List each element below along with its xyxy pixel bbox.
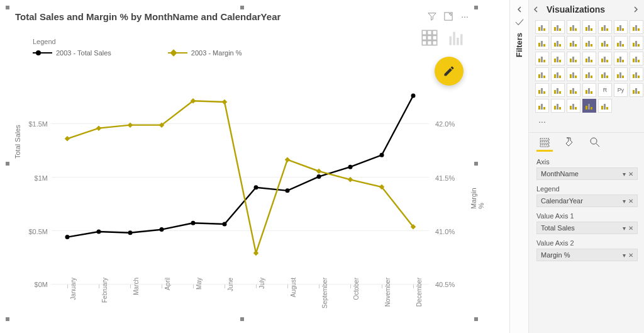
chart-view-icon[interactable]	[447, 29, 465, 49]
tab-analytics[interactable]	[588, 135, 602, 149]
chevron-down-icon[interactable]: ▾	[623, 198, 626, 205]
viz-type-stacked-area[interactable]	[598, 20, 612, 34]
svg-rect-104	[554, 74, 556, 78]
remove-field-icon[interactable]: ✕	[628, 225, 633, 232]
resize-handle[interactable]	[6, 6, 9, 9]
viz-type-qna[interactable]	[551, 99, 565, 113]
collapse-pane-button[interactable]	[533, 4, 539, 15]
viz-type-bullet[interactable]	[551, 83, 565, 97]
chevron-down-icon[interactable]: ▾	[623, 171, 626, 178]
viz-type-line-clustered[interactable]	[614, 36, 628, 50]
viz-type-key[interactable]	[630, 83, 643, 97]
viz-type-line-chart[interactable]	[614, 20, 628, 34]
well-value-axis-2[interactable]: Margin % ▾✕	[536, 249, 638, 261]
well-value-axis-1[interactable]: Total Sales ▾✕	[536, 222, 638, 234]
svg-rect-1	[422, 30, 426, 35]
well-axis[interactable]: MonthName ▾✕	[536, 167, 638, 180]
resize-handle[interactable]	[474, 162, 478, 166]
viz-type-card[interactable]	[630, 36, 643, 50]
viz-type-waterfall[interactable]	[567, 36, 580, 50]
viz-type-arc[interactable]	[598, 99, 612, 113]
resize-handle[interactable]	[240, 6, 244, 9]
edit-visual-button[interactable]	[435, 57, 464, 86]
resize-handle[interactable]	[474, 317, 478, 321]
filter-icon[interactable]	[427, 11, 437, 21]
visual-header-actions: ···	[427, 11, 470, 21]
viz-type-map[interactable]	[598, 67, 612, 81]
remove-field-icon[interactable]: ✕	[628, 252, 633, 259]
svg-rect-76	[622, 44, 624, 47]
viz-type-r-visual[interactable]: R	[598, 83, 612, 97]
viz-type-filled-map[interactable]	[630, 52, 643, 65]
resize-handle[interactable]	[6, 317, 9, 321]
chart-legend: Legend 2003 - Total Sales 2003 - Margin …	[33, 38, 242, 57]
svg-rect-138	[541, 104, 543, 110]
table-view-icon[interactable]	[421, 29, 438, 49]
viz-type-py-visual[interactable]: Py	[614, 83, 628, 97]
viz-type-more[interactable]: ···	[535, 115, 549, 128]
viz-type-pie[interactable]	[582, 52, 596, 65]
view-icon[interactable]	[515, 18, 524, 26]
viz-type-hist[interactable]	[535, 83, 549, 97]
legend-label: 2003 - Total Sales	[56, 49, 111, 57]
viz-type-clustered-col[interactable]	[582, 20, 596, 34]
viz-type-area[interactable]	[535, 36, 549, 50]
viz-type-matrix[interactable]	[551, 67, 565, 81]
resize-handle[interactable]	[474, 6, 478, 9]
viz-type-globe[interactable]	[535, 67, 549, 81]
viz-type-stacked-bar[interactable]	[535, 20, 549, 34]
viz-type-ribbon[interactable]	[551, 36, 565, 50]
svg-line-156	[596, 144, 599, 147]
svg-rect-122	[538, 90, 540, 94]
chevron-down-icon[interactable]: ▾	[623, 252, 626, 259]
svg-rect-68	[586, 43, 587, 47]
resize-handle[interactable]	[240, 317, 244, 321]
viz-type-table[interactable]	[535, 52, 549, 65]
svg-rect-150	[604, 104, 606, 110]
ytick: $0.5M	[28, 228, 48, 235]
viz-type-donut[interactable]	[598, 52, 612, 65]
visual-switch-icons	[421, 29, 465, 49]
resize-handle[interactable]	[6, 162, 9, 166]
viz-type-stacked-col[interactable]	[567, 20, 580, 34]
viz-type-table2[interactable]	[567, 83, 580, 97]
viz-type-scatter[interactable]	[582, 36, 596, 50]
svg-rect-10	[450, 37, 452, 45]
svg-rect-63	[557, 41, 558, 47]
svg-rect-115	[606, 76, 608, 78]
tab-format[interactable]	[563, 135, 577, 149]
viz-type-multi-row[interactable]	[614, 67, 628, 81]
expand-pane-button[interactable]	[633, 4, 639, 15]
viz-type-treemap[interactable]	[567, 52, 580, 65]
viz-type-table-alt[interactable]	[630, 67, 643, 81]
focus-mode-icon[interactable]	[443, 11, 453, 21]
viz-type-clustered-bar[interactable]	[551, 20, 565, 34]
svg-rect-143	[570, 106, 572, 110]
legend-item-sales[interactable]: 2003 - Total Sales	[33, 49, 111, 57]
svg-rect-57	[635, 25, 637, 31]
more-options-icon[interactable]: ···	[460, 11, 470, 21]
remove-field-icon[interactable]: ✕	[628, 171, 633, 178]
tab-fields[interactable]	[538, 135, 552, 149]
viz-type-paginated[interactable]	[582, 99, 596, 113]
svg-rect-48	[588, 25, 590, 31]
expand-filters-button[interactable]	[515, 5, 524, 14]
chart-visual[interactable]: Total Sales and Margin % by MonthName an…	[8, 8, 476, 319]
well-label-axis: Axis	[536, 158, 638, 166]
svg-rect-112	[591, 76, 592, 78]
viz-type-combo-chart[interactable]	[630, 20, 643, 34]
legend-item-margin[interactable]: 2003 - Margin %	[168, 49, 242, 57]
viz-type-line-stacked[interactable]	[598, 36, 612, 50]
viz-type-gauge[interactable]	[614, 52, 628, 65]
viz-type-forecast[interactable]	[567, 99, 580, 113]
svg-rect-51	[604, 25, 606, 31]
viz-type-table3[interactable]	[582, 83, 596, 97]
viz-type-kpi[interactable]	[582, 67, 596, 81]
viz-type-slicer[interactable]	[567, 67, 580, 81]
svg-rect-56	[633, 27, 635, 31]
viz-type-decomp[interactable]	[535, 99, 549, 113]
remove-field-icon[interactable]: ✕	[628, 198, 633, 205]
chevron-down-icon[interactable]: ▾	[623, 225, 626, 232]
viz-type-funnel[interactable]	[551, 52, 565, 65]
well-legend[interactable]: CalendarYear ▾✕	[536, 195, 638, 207]
